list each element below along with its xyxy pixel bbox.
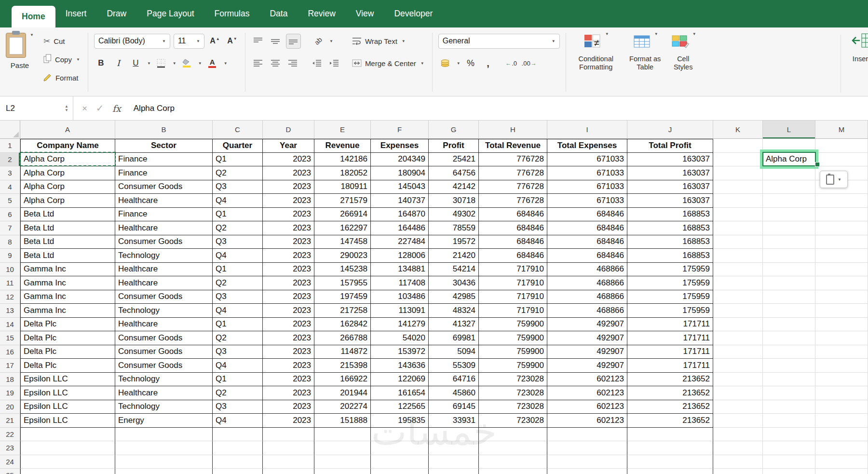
- cell-L10[interactable]: [763, 263, 815, 277]
- row-header-13[interactable]: 13: [0, 304, 20, 318]
- cell-J14[interactable]: 171711: [627, 318, 713, 332]
- cell-E21[interactable]: 151888: [314, 414, 371, 428]
- cell-M1[interactable]: [815, 139, 868, 153]
- cell-F18[interactable]: 122069: [371, 373, 429, 387]
- cell-D1[interactable]: Year: [263, 139, 314, 153]
- tab-page-layout[interactable]: Page Layout: [136, 0, 204, 27]
- cancel-icon[interactable]: ×: [82, 103, 87, 114]
- cell-A4[interactable]: Alpha Corp: [20, 180, 115, 194]
- cell-F10[interactable]: 134881: [371, 263, 429, 277]
- cell-A25[interactable]: [20, 469, 115, 474]
- cell-C5[interactable]: Q4: [213, 194, 263, 208]
- cell-I10[interactable]: 468866: [547, 263, 627, 277]
- cell-A12[interactable]: Gamma Inc: [20, 290, 115, 304]
- cell-E16[interactable]: 114872: [314, 345, 371, 359]
- cell-G25[interactable]: [429, 469, 479, 474]
- cell-E12[interactable]: 197459: [314, 290, 371, 304]
- conditional-formatting-button[interactable]: ≠ ▼ Conditional Formatting: [572, 32, 620, 72]
- cell-K18[interactable]: [713, 373, 763, 387]
- column-header-M[interactable]: M: [815, 121, 868, 139]
- row-header-19[interactable]: 19: [0, 386, 20, 400]
- cell-L7[interactable]: [763, 221, 815, 235]
- cell-F13[interactable]: 113091: [371, 304, 429, 318]
- wrap-text-dropdown-caret[interactable]: ▼: [402, 39, 406, 43]
- cell-I3[interactable]: 671033: [547, 166, 627, 180]
- cell-H18[interactable]: 723028: [479, 373, 547, 387]
- cell-G19[interactable]: 45860: [429, 386, 479, 400]
- cell-I19[interactable]: 602123: [547, 386, 627, 400]
- row-header-7[interactable]: 7: [0, 221, 20, 235]
- row-header-12[interactable]: 12: [0, 290, 20, 304]
- cell-G21[interactable]: 33931: [429, 414, 479, 428]
- borders-button[interactable]: [154, 56, 168, 70]
- cell-D15[interactable]: 2023: [263, 331, 314, 345]
- cell-F12[interactable]: 103486: [371, 290, 429, 304]
- cell-M8[interactable]: [815, 235, 868, 249]
- cell-I7[interactable]: 684846: [547, 221, 627, 235]
- cell-J5[interactable]: 163037: [627, 194, 713, 208]
- cell-K7[interactable]: [713, 221, 763, 235]
- cell-D5[interactable]: 2023: [263, 194, 314, 208]
- font-color-button[interactable]: A: [205, 56, 219, 70]
- cell-C9[interactable]: Q4: [213, 249, 263, 263]
- cell-D10[interactable]: 2023: [263, 263, 314, 277]
- cell-C22[interactable]: [213, 428, 263, 442]
- cell-K10[interactable]: [713, 263, 763, 277]
- cell-J15[interactable]: 171711: [627, 331, 713, 345]
- row-header-20[interactable]: 20: [0, 400, 20, 414]
- column-header-A[interactable]: A: [20, 121, 115, 139]
- cell-E14[interactable]: 162842: [314, 318, 371, 332]
- cell-G2[interactable]: 25421: [429, 153, 479, 167]
- cell-M11[interactable]: [815, 276, 868, 290]
- cell-B16[interactable]: Consumer Goods: [115, 345, 213, 359]
- cell-E15[interactable]: 266788: [314, 331, 371, 345]
- cell-F19[interactable]: 161654: [371, 386, 429, 400]
- cell-L5[interactable]: [763, 194, 815, 208]
- cell-M14[interactable]: [815, 318, 868, 332]
- cell-E19[interactable]: 201944: [314, 386, 371, 400]
- cell-D24[interactable]: [263, 455, 314, 469]
- cell-D19[interactable]: 2023: [263, 386, 314, 400]
- cell-F11[interactable]: 117408: [371, 276, 429, 290]
- cell-M17[interactable]: [815, 359, 868, 373]
- cell-I9[interactable]: 684846: [547, 249, 627, 263]
- cell-K15[interactable]: [713, 331, 763, 345]
- row-header-22[interactable]: 22: [0, 428, 20, 442]
- cell-J16[interactable]: 171711: [627, 345, 713, 359]
- cell-C6[interactable]: Q1: [213, 208, 263, 222]
- cell-H5[interactable]: 776728: [479, 194, 547, 208]
- cell-G6[interactable]: 49302: [429, 208, 479, 222]
- increase-decimal-button[interactable]: ←.0: [504, 56, 518, 70]
- cell-styles-caret[interactable]: ▼: [692, 32, 696, 36]
- cell-J23[interactable]: [627, 441, 713, 455]
- row-header-5[interactable]: 5: [0, 194, 20, 208]
- cell-I25[interactable]: [547, 469, 627, 474]
- row-header-14[interactable]: 14: [0, 318, 20, 332]
- cell-E7[interactable]: 162297: [314, 221, 371, 235]
- cell-H22[interactable]: [479, 428, 547, 442]
- cell-F22[interactable]: [371, 428, 429, 442]
- cell-A17[interactable]: Delta Plc: [20, 359, 115, 373]
- cell-K11[interactable]: [713, 276, 763, 290]
- cell-A22[interactable]: [20, 428, 115, 442]
- cell-C10[interactable]: Q1: [213, 263, 263, 277]
- borders-dropdown-caret[interactable]: ▼: [173, 61, 176, 66]
- cell-B21[interactable]: Energy: [115, 414, 213, 428]
- fill-color-button[interactable]: [180, 56, 194, 70]
- cell-C13[interactable]: Q4: [213, 304, 263, 318]
- cell-I5[interactable]: 671033: [547, 194, 627, 208]
- cell-J2[interactable]: 163037: [627, 153, 713, 167]
- cell-A9[interactable]: Beta Ltd: [20, 249, 115, 263]
- cell-I1[interactable]: Total Expenses: [547, 139, 627, 153]
- cell-B23[interactable]: [115, 441, 213, 455]
- increase-indent-button[interactable]: [327, 56, 341, 70]
- tab-insert[interactable]: Insert: [55, 0, 97, 27]
- select-all-corner[interactable]: [0, 121, 20, 139]
- cell-C23[interactable]: [213, 441, 263, 455]
- cell-K14[interactable]: [713, 318, 763, 332]
- cell-I4[interactable]: 671033: [547, 180, 627, 194]
- cell-B17[interactable]: Consumer Goods: [115, 359, 213, 373]
- cell-J9[interactable]: 168853: [627, 249, 713, 263]
- cell-H14[interactable]: 759900: [479, 318, 547, 332]
- cell-M9[interactable]: [815, 249, 868, 263]
